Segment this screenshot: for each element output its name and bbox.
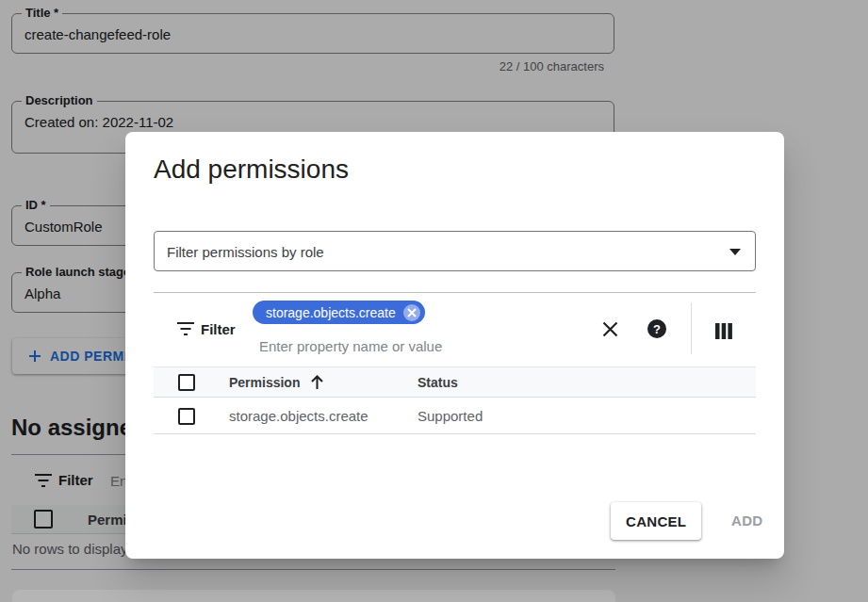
add-permissions-dialog: Add permissions Filter permissions by ro…: [125, 132, 784, 559]
bottom-section-card: [12, 590, 615, 602]
chip-remove-icon[interactable]: [403, 304, 420, 321]
status-column-header[interactable]: Status: [418, 367, 458, 398]
clear-filters-button[interactable]: [599, 318, 620, 339]
question-mark-icon: ?: [647, 319, 666, 338]
row-status: Supported: [418, 399, 483, 433]
toolbar-vertical-divider: [691, 302, 692, 354]
toolbar-divider: [154, 292, 756, 293]
permission-column-header[interactable]: Permission: [229, 367, 300, 398]
dialog-title: Add permissions: [154, 155, 349, 185]
dialog-filter-input[interactable]: Enter property name or value: [259, 338, 442, 354]
sort-ascending-icon[interactable]: [310, 375, 324, 390]
close-icon: [602, 321, 618, 337]
columns-icon: [715, 323, 732, 339]
filter-chip[interactable]: storage.objects.create: [253, 301, 425, 324]
role-filter-select-value: Filter permissions by role: [167, 243, 324, 259]
table-row[interactable]: storage.objects.create Supported: [154, 399, 756, 434]
filter-icon: [177, 322, 194, 335]
close-icon: [407, 308, 417, 317]
role-filter-select[interactable]: Filter permissions by role: [154, 231, 756, 271]
row-checkbox[interactable]: [178, 408, 195, 425]
dialog-table-header: Permission Status: [154, 366, 756, 398]
select-all-checkbox[interactable]: [178, 374, 195, 391]
dialog-filter-label: Filter: [201, 321, 236, 337]
column-display-options-button[interactable]: [713, 320, 734, 341]
chevron-down-icon: [729, 249, 741, 255]
filter-chip-label: storage.objects.create: [266, 305, 396, 320]
cancel-button[interactable]: CANCEL: [611, 502, 701, 540]
help-button[interactable]: ?: [647, 318, 667, 339]
create-role-page: Title * create-changefeed-role 22 / 100 …: [0, 0, 868, 602]
add-button[interactable]: ADD: [722, 502, 772, 540]
row-permission: storage.objects.create: [229, 399, 368, 433]
